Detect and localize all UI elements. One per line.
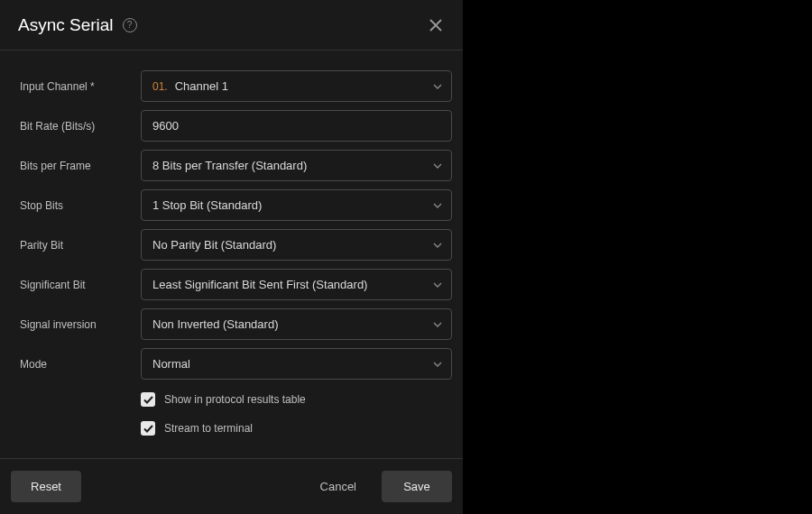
select-mode[interactable]: Normal <box>141 348 452 380</box>
dialog-footer: Reset Cancel Save <box>0 458 463 514</box>
label-input-channel: Input Channel * <box>20 80 141 93</box>
signal-inversion-value: Non Inverted (Standard) <box>152 317 278 331</box>
row-mode: Mode Normal <box>20 348 452 380</box>
dialog-header: Async Serial ? <box>0 0 463 50</box>
check-icon <box>143 425 153 433</box>
close-icon <box>429 19 442 32</box>
input-bit-rate[interactable] <box>141 110 452 142</box>
channel-value: Channel 1 <box>175 79 228 93</box>
help-icon[interactable]: ? <box>123 18 137 32</box>
checkbox-show-results[interactable] <box>141 392 155 407</box>
row-input-channel: Input Channel * 01. Channel 1 <box>20 70 452 102</box>
async-serial-dialog: Async Serial ? Input Channel * 01. Chann… <box>0 0 463 514</box>
select-stop-bits[interactable]: 1 Stop Bit (Standard) <box>141 189 452 221</box>
row-bits-per-frame: Bits per Frame 8 Bits per Transfer (Stan… <box>20 150 452 181</box>
bits-per-frame-value: 8 Bits per Transfer (Standard) <box>152 159 307 172</box>
parity-bit-value: No Parity Bit (Standard) <box>152 238 276 252</box>
select-bits-per-frame[interactable]: 8 Bits per Transfer (Standard) <box>141 150 452 181</box>
chevron-down-icon <box>433 362 442 367</box>
label-parity-bit: Parity Bit <box>20 239 141 252</box>
select-signal-inversion[interactable]: Non Inverted (Standard) <box>141 308 452 340</box>
chevron-down-icon <box>433 322 442 327</box>
select-input-channel[interactable]: 01. Channel 1 <box>141 70 452 102</box>
channel-prefix: 01. <box>152 80 168 93</box>
label-signal-inversion: Signal inversion <box>20 318 141 331</box>
row-significant-bit: Significant Bit Least Significant Bit Se… <box>20 269 452 300</box>
dialog-title: Async Serial <box>18 15 114 35</box>
chevron-down-icon <box>433 84 442 89</box>
label-significant-bit: Significant Bit <box>20 279 141 291</box>
label-mode: Mode <box>20 358 141 371</box>
significant-bit-value: Least Significant Bit Sent First (Standa… <box>152 278 367 291</box>
cancel-button[interactable]: Cancel <box>302 471 374 502</box>
row-signal-inversion: Signal inversion Non Inverted (Standard) <box>20 308 452 340</box>
checkbox-row-show-results: Show in protocol results table <box>141 392 452 407</box>
label-bits-per-frame: Bits per Frame <box>20 160 141 172</box>
label-bit-rate: Bit Rate (Bits/s) <box>20 120 141 133</box>
check-icon <box>143 396 153 404</box>
checkbox-row-stream-terminal: Stream to terminal <box>141 421 452 436</box>
chevron-down-icon <box>433 282 442 288</box>
label-stop-bits: Stop Bits <box>20 199 141 212</box>
chevron-down-icon <box>433 243 442 248</box>
select-significant-bit[interactable]: Least Significant Bit Sent First (Standa… <box>141 269 452 300</box>
label-stream-terminal[interactable]: Stream to terminal <box>164 422 253 435</box>
chevron-down-icon <box>433 163 442 169</box>
stop-bits-value: 1 Stop Bit (Standard) <box>152 198 262 212</box>
save-button[interactable]: Save <box>382 471 452 502</box>
label-show-results[interactable]: Show in protocol results table <box>164 393 306 406</box>
close-button[interactable] <box>427 16 445 34</box>
row-parity-bit: Parity Bit No Parity Bit (Standard) <box>20 229 452 261</box>
row-bit-rate: Bit Rate (Bits/s) <box>20 110 452 142</box>
select-parity-bit[interactable]: No Parity Bit (Standard) <box>141 229 452 261</box>
row-stop-bits: Stop Bits 1 Stop Bit (Standard) <box>20 189 452 221</box>
chevron-down-icon <box>433 203 442 208</box>
dialog-body: Input Channel * 01. Channel 1 Bit Rate (… <box>0 50 463 458</box>
checkbox-stream-terminal[interactable] <box>141 421 155 436</box>
reset-button[interactable]: Reset <box>11 471 81 502</box>
mode-value: Normal <box>152 357 190 371</box>
